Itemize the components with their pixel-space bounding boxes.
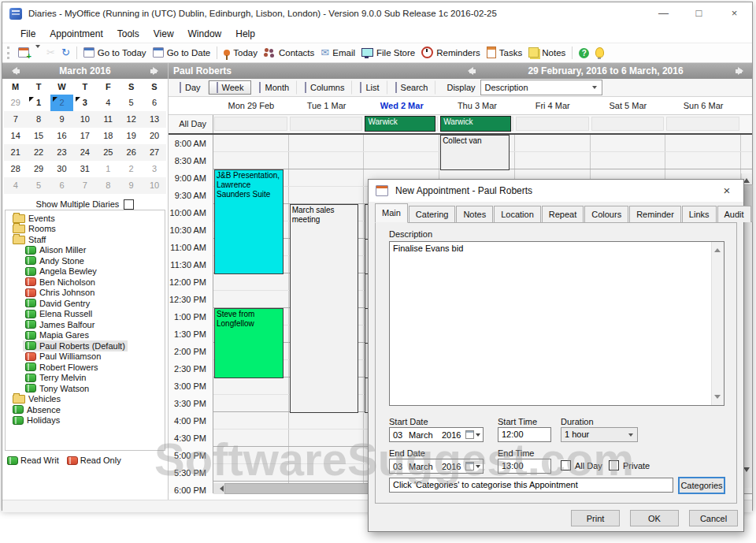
allday-event[interactable]: Warwick <box>440 116 511 132</box>
end-date-dropdown-icon[interactable] <box>465 462 483 470</box>
end-time-input[interactable]: 13:00 <box>498 459 551 474</box>
allday-cell[interactable] <box>591 117 665 131</box>
minical-day-9[interactable]: 9 <box>120 177 143 194</box>
textarea-scrollbar[interactable] <box>711 242 724 405</box>
allday-cell[interactable] <box>214 117 287 131</box>
minical-day-12[interactable]: 12 <box>120 111 143 128</box>
allday-event[interactable]: Warwick <box>365 116 435 132</box>
textarea-scroll-up-icon[interactable] <box>714 245 721 252</box>
sidebar-item-terry-melvin[interactable]: Terry Melvin <box>6 373 165 384</box>
scroll-left-icon[interactable] <box>213 483 224 494</box>
menu-tools[interactable]: Tools <box>110 26 146 42</box>
tab-reminder[interactable]: Reminder <box>629 206 681 222</box>
menu-appointment[interactable]: Appointment <box>43 26 109 42</box>
sidebar-item-holidays[interactable]: Holidays <box>6 415 165 426</box>
sidebar-item-events[interactable]: Events <box>6 213 165 224</box>
minical-day-5[interactable]: 5 <box>120 95 143 111</box>
menu-window[interactable]: Window <box>181 26 229 42</box>
minical-day-7[interactable]: 7 <box>4 111 27 128</box>
day-header-tue-1-mar[interactable]: Tue 1 Mar <box>289 101 365 110</box>
start-time-input[interactable]: 12:00 <box>498 427 551 442</box>
sidebar-item-andy-stone[interactable]: Andy Stone <box>6 255 165 266</box>
minical-day-26[interactable]: 26 <box>120 144 143 161</box>
sidebar-item-ben-nicholson[interactable]: Ben Nicholson <box>6 277 165 288</box>
cancel-button[interactable]: Cancel <box>689 510 738 526</box>
minical-day-6[interactable]: 6 <box>143 95 165 111</box>
sidebar-item-staff[interactable]: Staff <box>6 234 165 245</box>
email-button[interactable]: ✉Email <box>317 46 358 60</box>
appointment-march-sales-meeting[interactable]: March sales meeting <box>290 204 359 413</box>
categories-button[interactable]: Categories <box>678 477 725 494</box>
sidebar-item-elena-russell[interactable]: Elena Russell <box>6 309 165 320</box>
tab-catering[interactable]: Catering <box>409 206 456 222</box>
view-columns-button[interactable]: Columns <box>297 80 352 95</box>
end-date-day[interactable]: 03 <box>393 462 409 471</box>
tab-colours[interactable]: Colours <box>584 206 628 222</box>
scroll-up-icon[interactable] <box>743 175 750 183</box>
day-header-sat-5-mar[interactable]: Sat 5 Mar <box>591 101 666 110</box>
start-date-month[interactable]: March <box>409 430 442 440</box>
minical-day-1[interactable]: 1 <box>27 95 50 111</box>
tasks-button[interactable]: Tasks <box>484 45 525 61</box>
sidebar-item-vehicles[interactable]: Vehicles <box>6 394 165 405</box>
ok-button[interactable]: OK <box>630 510 679 526</box>
day-header-mon-29-feb[interactable]: Mon 29 Feb <box>213 101 289 110</box>
sidebar-item-angela-bewley[interactable]: Angela Bewley <box>6 266 165 277</box>
minical-day-8[interactable]: 8 <box>97 177 120 194</box>
day-header-sun-6-mar[interactable]: Sun 6 Mar <box>665 101 741 110</box>
minical-day-19[interactable]: 19 <box>120 128 143 144</box>
tab-notes[interactable]: Notes <box>456 206 493 222</box>
view-search-button[interactable]: Search <box>387 80 436 95</box>
appointment-steve-from-longfellow[interactable]: Steve from Longfellow <box>214 308 284 378</box>
sidebar-item-absence[interactable]: Absence <box>6 404 165 415</box>
minical-day-3[interactable]: 3 <box>73 95 96 111</box>
end-date-year[interactable]: 2016 <box>442 462 465 471</box>
maximize-button[interactable]: □ <box>681 2 717 24</box>
file-store-button[interactable]: File Store <box>358 46 418 60</box>
contacts-button[interactable]: Contacts <box>261 46 317 61</box>
minical-day-25[interactable]: 25 <box>97 144 120 161</box>
minical-day-23[interactable]: 23 <box>50 144 73 161</box>
duration-select[interactable]: 1 hour <box>561 427 638 442</box>
allday-cell[interactable] <box>290 117 363 131</box>
view-week-button[interactable]: Week <box>209 80 252 95</box>
go-to-today-button[interactable]: Go to Today <box>80 46 150 61</box>
cut-button[interactable]: ✂ <box>43 46 58 60</box>
today-button[interactable]: Today <box>220 46 261 59</box>
view-list-button[interactable]: List <box>352 80 387 95</box>
sidebar-item-chris-johnson[interactable]: Chris Johnson <box>6 288 165 299</box>
minical-day-3[interactable]: 3 <box>143 161 165 177</box>
minical-day-7[interactable]: 7 <box>73 177 96 194</box>
view-month-button[interactable]: Month <box>251 80 297 95</box>
minical-day-4[interactable]: 4 <box>4 177 27 194</box>
minical-day-13[interactable]: 13 <box>143 111 165 128</box>
allday-cell[interactable] <box>666 117 739 131</box>
all-day-checkbox-field[interactable]: All Day <box>561 460 602 470</box>
minical-day-29[interactable]: 29 <box>4 95 27 111</box>
show-multiple-diaries-checkbox[interactable] <box>124 199 134 210</box>
minical-day-27[interactable]: 27 <box>143 144 165 161</box>
minical-day-8[interactable]: 8 <box>27 111 50 128</box>
print-button[interactable]: Print <box>571 510 620 526</box>
display-select[interactable]: Description <box>480 80 602 95</box>
minical-day-20[interactable]: 20 <box>143 128 165 144</box>
allday-cells[interactable]: WarwickWarwick <box>213 115 752 133</box>
go-to-date-button[interactable]: Go to Date <box>150 46 214 61</box>
menu-file[interactable]: File <box>13 26 43 42</box>
sidebar-item-mapia-gares[interactable]: Mapia Gares <box>6 330 165 341</box>
help-button[interactable]: ? <box>576 46 592 60</box>
minical-day-10[interactable]: 10 <box>143 177 165 194</box>
tab-main[interactable]: Main <box>375 203 408 223</box>
tab-audit[interactable]: Audit <box>717 206 751 222</box>
day-header-fri-4-mar[interactable]: Fri 4 Mar <box>515 101 591 110</box>
start-date-day[interactable]: 03 <box>393 430 409 440</box>
minical-day-17[interactable]: 17 <box>73 128 96 144</box>
minical-day-14[interactable]: 14 <box>4 128 27 144</box>
sidebar-item-tony-watson[interactable]: Tony Watson <box>6 383 165 394</box>
dropdown-button[interactable] <box>32 46 43 59</box>
minical-day-10[interactable]: 10 <box>73 111 96 128</box>
sidebar-item-alison-miller[interactable]: Alison Miller <box>6 245 165 256</box>
description-textarea[interactable]: Finalise Evans bid <box>389 241 724 406</box>
allday-cell[interactable] <box>516 117 589 131</box>
minical-day-4[interactable]: 4 <box>97 95 120 111</box>
